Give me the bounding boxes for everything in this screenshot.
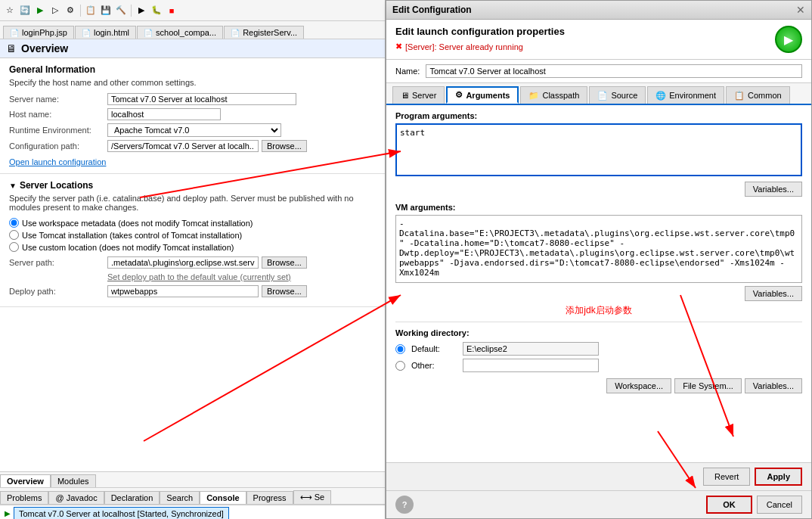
default-row: Default: (395, 342, 802, 356)
variables-row2: Variables... (395, 286, 802, 301)
settings-icon[interactable]: ⚙ (64, 4, 77, 17)
copy-icon[interactable]: 📋 (84, 4, 98, 17)
tab-modules[interactable]: Modules (51, 474, 96, 487)
config-path-row: Configuration path: Browse... (9, 140, 376, 152)
tab-school[interactable]: 📄 school_compa... (137, 26, 223, 39)
status-text: [Server]: Server already running (405, 42, 523, 51)
variables-button-1[interactable]: Variables... (745, 182, 802, 197)
server-locations-section: ▼ Server Locations Specify the server pa… (0, 174, 385, 307)
name-label: Name: (395, 67, 420, 76)
other-radio[interactable] (395, 361, 405, 371)
default-dir-input (463, 342, 599, 356)
dialog-close-button[interactable]: ✕ (796, 4, 805, 16)
tab-se[interactable]: ⟷ Se (293, 490, 332, 504)
tab-register[interactable]: 📄 RegisterServ... (224, 26, 304, 39)
footer-buttons: OK Cancel (706, 496, 802, 514)
toolbar: ☆ 🔄 ▶ ▷ ⚙ 📋 💾 🔨 ▶ 🐛 ■ (0, 0, 385, 21)
tab-overview[interactable]: Overview (0, 474, 51, 487)
prog-args-label: Program arguments: (395, 111, 802, 120)
tab-search[interactable]: Search (160, 491, 200, 504)
option1-row: Use workspace metadata (does not modify … (9, 218, 376, 228)
server-locations-header: ▼ Server Locations (9, 180, 376, 191)
config-path-label: Configuration path: (9, 141, 107, 151)
revert-button[interactable]: Revert (703, 468, 750, 486)
host-name-row: Host name: (9, 108, 376, 120)
play2-icon[interactable]: ▷ (48, 4, 62, 17)
dtab-source[interactable]: 📄 Source (589, 86, 646, 104)
stop-icon[interactable]: ■ (165, 4, 178, 17)
workspace-button[interactable]: Workspace... (606, 378, 671, 393)
browse-server-button[interactable]: Browse... (262, 256, 307, 269)
ok-button[interactable]: OK (706, 496, 752, 514)
option1-radio[interactable] (9, 218, 19, 228)
variables-button-2[interactable]: Variables... (745, 286, 802, 301)
tab-problems[interactable]: Problems (0, 491, 48, 504)
dtab-common[interactable]: 📋 Common (726, 86, 790, 104)
variables-row1: Variables... (395, 182, 802, 197)
name-input[interactable] (426, 64, 802, 78)
source-tab-icon: 📄 (597, 91, 608, 101)
vm-args-textarea[interactable]: -Dcatalina.base="E:\PROJECT3\.metadata\.… (399, 219, 798, 279)
server-status-indicator[interactable]: Tomcat v7.0 Server at localhost [Started… (14, 507, 229, 520)
name-row: Name: (386, 60, 811, 83)
program-args-textarea[interactable]: start (395, 123, 802, 176)
tab-progress[interactable]: Progress (246, 491, 293, 504)
play-icon[interactable]: ▶ (33, 4, 47, 17)
general-info-desc: Specify the host name and other common s… (9, 78, 376, 87)
star-icon[interactable]: ☆ (3, 4, 17, 17)
collapse-icon[interactable]: ▼ (9, 182, 17, 190)
server-status-text: Tomcat v7.0 Server at localhost [Started… (19, 509, 224, 518)
dtab-arguments[interactable]: ⚙ Arguments (446, 86, 519, 104)
vm-args-label: VM arguments: (395, 203, 802, 212)
runtime-select[interactable]: Apache Tomcat v7.0 (107, 123, 281, 137)
tab-loginphp[interactable]: 📄 loginPhp.jsp (3, 26, 74, 39)
dtab-environment[interactable]: 🌐 Environment (647, 86, 724, 104)
apply-button[interactable]: Apply (755, 468, 802, 486)
overview-title: Overview (21, 42, 68, 54)
build-icon[interactable]: 🔨 (114, 4, 128, 17)
config-path-input[interactable] (107, 140, 259, 152)
server-name-input[interactable] (107, 93, 296, 105)
filesystem-button[interactable]: File System... (674, 378, 742, 393)
deploy-default-link[interactable]: Set deploy path to the default value (cu… (107, 272, 291, 281)
other-dir-input[interactable] (463, 359, 599, 372)
browse-config-button[interactable]: Browse... (262, 140, 307, 152)
error-icon: ✖ (395, 42, 402, 51)
cancel-button[interactable]: Cancel (757, 496, 802, 514)
tab-console[interactable]: Console (200, 491, 246, 504)
open-launch-link[interactable]: Open launch configuration (9, 157, 106, 166)
play-button[interactable]: ▶ (775, 26, 802, 53)
browse-deploy-button[interactable]: Browse... (262, 285, 307, 297)
school-icon: 📄 (144, 29, 153, 37)
args-tab-icon: ⚙ (455, 90, 463, 100)
debug-icon[interactable]: 🐛 (150, 4, 163, 17)
server-path-input[interactable] (107, 256, 259, 269)
run-icon[interactable]: ▶ (135, 4, 148, 17)
html-icon: 📄 (82, 29, 91, 37)
variables-button-3[interactable]: Variables... (745, 378, 802, 393)
server-name-label: Server name: (9, 95, 107, 104)
tab-declaration[interactable]: Declaration (104, 491, 160, 504)
option2-radio[interactable] (9, 230, 19, 240)
option3-radio[interactable] (9, 242, 19, 252)
overview-header: 🖥 Overview (0, 39, 385, 58)
general-info-section: General Information Specify the host nam… (0, 58, 385, 174)
deploy-path-input[interactable] (107, 285, 259, 297)
default-radio[interactable] (395, 344, 405, 354)
dtab-server[interactable]: 🖥 Server (392, 86, 445, 104)
save-icon[interactable]: 💾 (99, 4, 113, 17)
refresh-icon[interactable]: 🔄 (18, 4, 32, 17)
vm-args-container: -Dcatalina.base="E:\PROJECT3\.metadata\.… (395, 215, 802, 283)
tab-javadoc[interactable]: @ Javadoc (48, 491, 104, 504)
other-row: Other: (395, 359, 802, 372)
classpath-tab-icon: 📁 (528, 91, 539, 101)
dtab-classpath[interactable]: 📁 Classpath (520, 86, 587, 104)
overview-icon: 🖥 (6, 42, 17, 54)
other-label: Other: (411, 361, 457, 370)
chinese-annotation: 添加jdk启动参数 (395, 304, 802, 317)
option1-label: Use workspace metadata (does not modify … (22, 219, 253, 228)
help-button[interactable]: ? (395, 496, 414, 514)
tab-loginhtml[interactable]: 📄 login.html (75, 26, 136, 39)
dialog-footer: ? OK Cancel (386, 490, 811, 518)
host-name-input[interactable] (107, 108, 221, 120)
